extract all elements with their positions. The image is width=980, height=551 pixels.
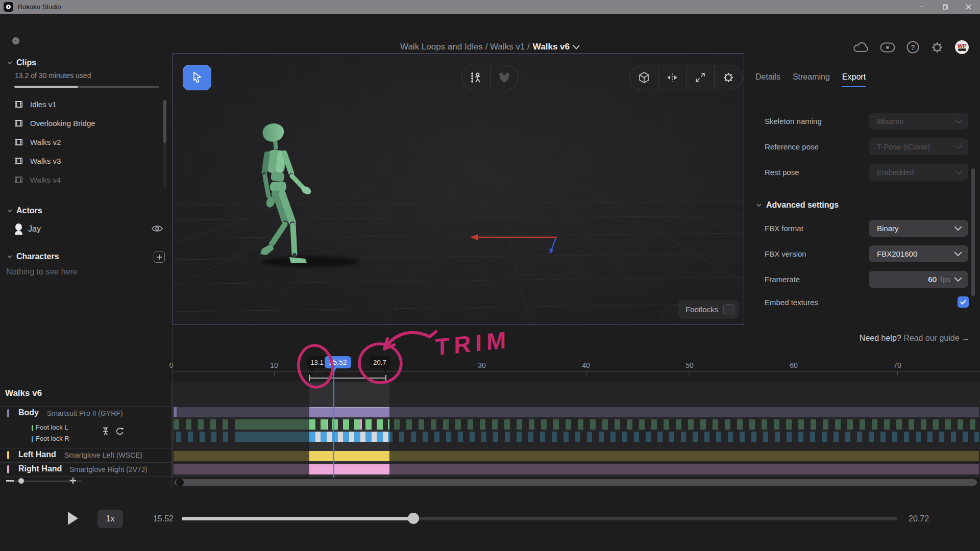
fbx-version-dropdown[interactable]: FBX201600 [869,245,968,262]
actor-bust-icon [14,223,23,235]
visibility-eye-icon[interactable] [151,224,163,233]
reference-pose-dropdown[interactable]: T-Pose (iClone) [869,138,968,155]
help-prefix: Need help? [860,334,901,342]
foot-lock-r-label[interactable]: Foot lock R [36,435,69,442]
advanced-settings-header[interactable]: Advanced settings [756,201,839,210]
actors-section-header[interactable]: Actors [7,206,42,215]
zoom-out-button[interactable] [6,480,14,482]
foot-lock-r-lane[interactable] [174,432,979,442]
rest-pose-dropdown[interactable]: Embedded [869,164,968,181]
cube-view-button[interactable] [630,65,658,90]
titlebar: Rokoko Studio [0,0,980,14]
right-hand-track-name[interactable]: Right Hand [18,464,62,473]
tab-details[interactable]: Details [755,72,780,87]
foot-lock-r-color-bar [32,436,33,442]
help-link[interactable]: Read our guide [903,334,959,342]
actor-row[interactable]: Jay [0,220,172,239]
left-hand-color-bar [7,451,9,459]
body-track-name[interactable]: Body [18,408,39,417]
zoom-in-button[interactable] [69,477,77,484]
window-title: Rokoko Studio [18,3,61,11]
clip-name: Walks v2 [30,138,61,146]
left-hand-lane[interactable] [174,451,979,461]
ruler-label: 60 [790,361,798,369]
viewport-scene [173,54,744,324]
fullscreen-button[interactable] [686,65,714,90]
close-button[interactable] [957,0,980,14]
foot-lock-l-label[interactable]: Foot lock L [36,423,68,431]
chevron-down-icon [954,277,962,282]
playback-slider-handle[interactable] [408,513,419,524]
track-zoom-slider-handle[interactable] [18,478,24,484]
mirror-icon [666,71,678,84]
right-hand-track-device: Smartglove Right (2V7J) [69,465,148,473]
chevron-down-icon [573,45,580,49]
clip-film-icon [15,139,22,145]
framerate-dropdown[interactable]: 60 fps [869,271,968,288]
gear-icon [722,71,734,84]
clips-section-header[interactable]: Clips [7,58,36,67]
chevron-down-icon [756,204,762,207]
mirror-button[interactable] [658,65,686,90]
user-avatar[interactable]: WP [955,40,969,54]
clip-film-icon [15,177,22,183]
rest-pose-value: Embedded [877,168,914,177]
chevron-down-icon [7,255,12,258]
playback-speed-button[interactable]: 1x [97,510,123,528]
fbx-format-dropdown[interactable]: Binary [869,220,968,237]
clip-list-item[interactable]: Overlooking Bridge [0,114,172,133]
playback-slider[interactable] [182,517,897,520]
minimize-button[interactable] [910,0,933,14]
right-hand-lane[interactable] [174,464,979,474]
foot-lock-l-color-bar [32,425,33,431]
body-color-bar [7,409,9,417]
app-logo-icon [4,2,13,12]
reset-loop-icon[interactable] [115,427,125,436]
viewport-3d[interactable]: Footlocks [172,53,744,325]
select-tool-button[interactable] [183,65,211,90]
viewport-settings-button[interactable] [714,65,742,90]
footlocks-checkbox[interactable] [723,304,734,315]
ruler-label: 70 [893,361,901,369]
add-character-button[interactable] [154,252,165,263]
play-button[interactable] [68,512,78,525]
sidebar-lane-divider [172,327,173,382]
breadcrumb-current[interactable]: Walks v6 [533,42,570,52]
mannequin-character[interactable] [260,123,312,263]
help-icon[interactable]: ? [906,41,919,54]
clip-list-item[interactable]: Idles v1 [0,95,172,114]
chevron-down-icon [954,226,962,231]
pose-icon[interactable] [101,427,110,436]
track-label-panel: Walks v6 Body Smartsuit Pro II (GYRF) Fo… [0,382,172,489]
cloud-icon[interactable] [853,42,869,53]
clips-scrollbar[interactable] [163,100,166,187]
clip-list-item[interactable]: Walks v4 [0,170,172,183]
foot-lock-l-lane[interactable] [174,419,979,430]
actor-profile-button[interactable] [462,65,490,90]
panel-scrollbar[interactable] [971,168,975,296]
tab-streaming[interactable]: Streaming [793,72,830,87]
capture-toggle-icon[interactable] [880,42,895,53]
creature-profile-button[interactable] [490,65,518,90]
embed-textures-checkbox[interactable] [958,296,969,308]
chevron-down-icon [955,170,962,174]
tab-export[interactable]: Export [842,72,866,87]
breadcrumb-path[interactable]: Walk Loops and Idles / Walks v1 / [400,42,530,52]
characters-section-header[interactable]: Characters [7,252,59,261]
left-hand-track-name[interactable]: Left Hand [18,450,56,459]
settings-gear-icon[interactable] [930,41,944,54]
body-track-device: Smartsuit Pro II (GYRF) [47,409,123,417]
clip-list-item[interactable]: Walks v3 [0,152,172,170]
avatar-initials: WP [958,43,967,48]
playback-end-time: 20.72 [909,514,929,523]
panel-tabs: Details Streaming Export [755,72,866,87]
footlocks-label: Footlocks [685,305,718,314]
app-header: Walk Loops and Idles / Walks v1 / Walks … [0,14,980,53]
skeleton-naming-dropdown[interactable]: Mixamo [869,113,968,130]
body-track-lane[interactable] [174,407,979,417]
reference-pose-value: T-Pose (iClone) [877,142,930,151]
maximize-button[interactable] [933,0,957,14]
breadcrumb[interactable]: Walk Loops and Idles / Walks v1 / Walks … [0,42,980,52]
timeline-hscrollbar[interactable] [175,479,977,486]
clip-list-item[interactable]: Walks v2 [0,133,172,152]
